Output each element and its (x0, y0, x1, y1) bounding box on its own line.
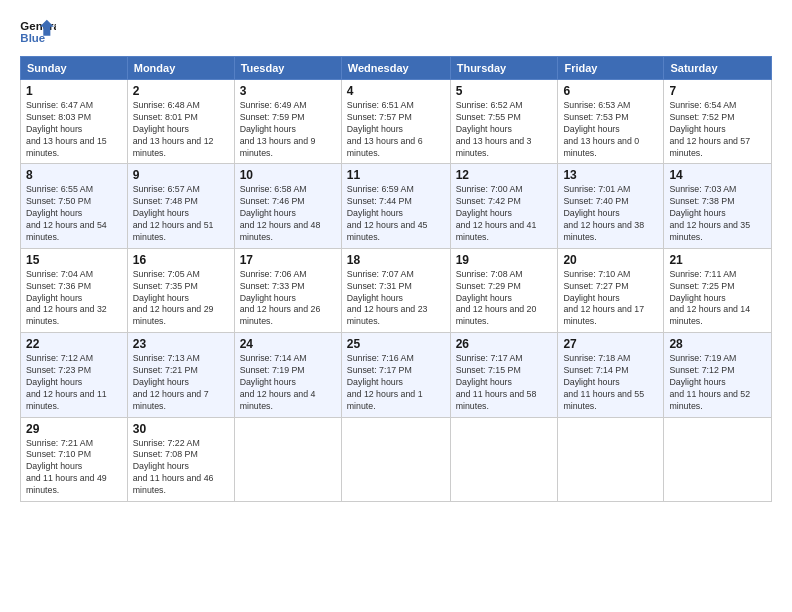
table-row: 19 Sunrise: 7:08 AM Sunset: 7:29 PM Dayl… (450, 248, 558, 332)
table-row: 11 Sunrise: 6:59 AM Sunset: 7:44 PM Dayl… (341, 164, 450, 248)
day-number: 1 (26, 84, 122, 98)
day-number: 26 (456, 337, 553, 351)
day-number: 9 (133, 168, 229, 182)
day-number: 6 (563, 84, 658, 98)
table-row: 15 Sunrise: 7:04 AM Sunset: 7:36 PM Dayl… (21, 248, 128, 332)
table-row: 23 Sunrise: 7:13 AM Sunset: 7:21 PM Dayl… (127, 333, 234, 417)
table-row: 18 Sunrise: 7:07 AM Sunset: 7:31 PM Dayl… (341, 248, 450, 332)
header-wednesday: Wednesday (341, 57, 450, 80)
day-number: 8 (26, 168, 122, 182)
day-info: Sunrise: 6:48 AM Sunset: 8:01 PM Dayligh… (133, 100, 229, 159)
table-row (558, 417, 664, 501)
day-info: Sunrise: 7:01 AM Sunset: 7:40 PM Dayligh… (563, 184, 658, 243)
table-row: 30 Sunrise: 7:22 AM Sunset: 7:08 PM Dayl… (127, 417, 234, 501)
day-info: Sunrise: 6:52 AM Sunset: 7:55 PM Dayligh… (456, 100, 553, 159)
day-info: Sunrise: 7:04 AM Sunset: 7:36 PM Dayligh… (26, 269, 122, 328)
table-row: 22 Sunrise: 7:12 AM Sunset: 7:23 PM Dayl… (21, 333, 128, 417)
day-info: Sunrise: 7:13 AM Sunset: 7:21 PM Dayligh… (133, 353, 229, 412)
day-info: Sunrise: 7:05 AM Sunset: 7:35 PM Dayligh… (133, 269, 229, 328)
day-info: Sunrise: 6:49 AM Sunset: 7:59 PM Dayligh… (240, 100, 336, 159)
header-thursday: Thursday (450, 57, 558, 80)
table-row (341, 417, 450, 501)
day-number: 13 (563, 168, 658, 182)
table-row: 3 Sunrise: 6:49 AM Sunset: 7:59 PM Dayli… (234, 80, 341, 164)
day-info: Sunrise: 6:47 AM Sunset: 8:03 PM Dayligh… (26, 100, 122, 159)
table-row: 7 Sunrise: 6:54 AM Sunset: 7:52 PM Dayli… (664, 80, 772, 164)
day-number: 15 (26, 253, 122, 267)
day-info: Sunrise: 7:12 AM Sunset: 7:23 PM Dayligh… (26, 353, 122, 412)
day-number: 10 (240, 168, 336, 182)
table-row (664, 417, 772, 501)
day-info: Sunrise: 7:22 AM Sunset: 7:08 PM Dayligh… (133, 438, 229, 497)
day-info: Sunrise: 7:19 AM Sunset: 7:12 PM Dayligh… (669, 353, 766, 412)
day-number: 30 (133, 422, 229, 436)
day-info: Sunrise: 6:54 AM Sunset: 7:52 PM Dayligh… (669, 100, 766, 159)
day-number: 29 (26, 422, 122, 436)
day-info: Sunrise: 7:07 AM Sunset: 7:31 PM Dayligh… (347, 269, 445, 328)
table-row: 5 Sunrise: 6:52 AM Sunset: 7:55 PM Dayli… (450, 80, 558, 164)
table-row: 2 Sunrise: 6:48 AM Sunset: 8:01 PM Dayli… (127, 80, 234, 164)
header-friday: Friday (558, 57, 664, 80)
table-row: 21 Sunrise: 7:11 AM Sunset: 7:25 PM Dayl… (664, 248, 772, 332)
table-row: 24 Sunrise: 7:14 AM Sunset: 7:19 PM Dayl… (234, 333, 341, 417)
header: General Blue (20, 18, 772, 48)
day-number: 18 (347, 253, 445, 267)
day-info: Sunrise: 6:59 AM Sunset: 7:44 PM Dayligh… (347, 184, 445, 243)
day-info: Sunrise: 7:21 AM Sunset: 7:10 PM Dayligh… (26, 438, 122, 497)
table-row: 9 Sunrise: 6:57 AM Sunset: 7:48 PM Dayli… (127, 164, 234, 248)
day-number: 17 (240, 253, 336, 267)
day-number: 23 (133, 337, 229, 351)
day-number: 3 (240, 84, 336, 98)
calendar-page: General Blue Sunday Monday Tuesday Wedne… (0, 0, 792, 612)
table-row: 17 Sunrise: 7:06 AM Sunset: 7:33 PM Dayl… (234, 248, 341, 332)
day-info: Sunrise: 6:58 AM Sunset: 7:46 PM Dayligh… (240, 184, 336, 243)
day-number: 28 (669, 337, 766, 351)
day-info: Sunrise: 7:10 AM Sunset: 7:27 PM Dayligh… (563, 269, 658, 328)
weekday-header-row: Sunday Monday Tuesday Wednesday Thursday… (21, 57, 772, 80)
day-number: 20 (563, 253, 658, 267)
table-row (450, 417, 558, 501)
table-row: 25 Sunrise: 7:16 AM Sunset: 7:17 PM Dayl… (341, 333, 450, 417)
day-number: 14 (669, 168, 766, 182)
table-row: 16 Sunrise: 7:05 AM Sunset: 7:35 PM Dayl… (127, 248, 234, 332)
day-info: Sunrise: 7:17 AM Sunset: 7:15 PM Dayligh… (456, 353, 553, 412)
day-info: Sunrise: 6:57 AM Sunset: 7:48 PM Dayligh… (133, 184, 229, 243)
day-number: 16 (133, 253, 229, 267)
table-row: 29 Sunrise: 7:21 AM Sunset: 7:10 PM Dayl… (21, 417, 128, 501)
svg-text:Blue: Blue (20, 32, 45, 44)
day-number: 19 (456, 253, 553, 267)
day-info: Sunrise: 7:18 AM Sunset: 7:14 PM Dayligh… (563, 353, 658, 412)
table-row: 10 Sunrise: 6:58 AM Sunset: 7:46 PM Dayl… (234, 164, 341, 248)
day-number: 4 (347, 84, 445, 98)
day-info: Sunrise: 7:03 AM Sunset: 7:38 PM Dayligh… (669, 184, 766, 243)
table-row: 20 Sunrise: 7:10 AM Sunset: 7:27 PM Dayl… (558, 248, 664, 332)
table-row: 28 Sunrise: 7:19 AM Sunset: 7:12 PM Dayl… (664, 333, 772, 417)
day-info: Sunrise: 7:00 AM Sunset: 7:42 PM Dayligh… (456, 184, 553, 243)
header-tuesday: Tuesday (234, 57, 341, 80)
table-row: 8 Sunrise: 6:55 AM Sunset: 7:50 PM Dayli… (21, 164, 128, 248)
day-info: Sunrise: 6:53 AM Sunset: 7:53 PM Dayligh… (563, 100, 658, 159)
table-row: 13 Sunrise: 7:01 AM Sunset: 7:40 PM Dayl… (558, 164, 664, 248)
header-monday: Monday (127, 57, 234, 80)
table-row: 1 Sunrise: 6:47 AM Sunset: 8:03 PM Dayli… (21, 80, 128, 164)
day-number: 27 (563, 337, 658, 351)
day-number: 22 (26, 337, 122, 351)
table-row: 4 Sunrise: 6:51 AM Sunset: 7:57 PM Dayli… (341, 80, 450, 164)
day-info: Sunrise: 7:11 AM Sunset: 7:25 PM Dayligh… (669, 269, 766, 328)
day-number: 24 (240, 337, 336, 351)
day-number: 21 (669, 253, 766, 267)
day-number: 2 (133, 84, 229, 98)
calendar-table: Sunday Monday Tuesday Wednesday Thursday… (20, 56, 772, 502)
day-number: 25 (347, 337, 445, 351)
header-saturday: Saturday (664, 57, 772, 80)
day-number: 12 (456, 168, 553, 182)
table-row: 14 Sunrise: 7:03 AM Sunset: 7:38 PM Dayl… (664, 164, 772, 248)
day-info: Sunrise: 7:06 AM Sunset: 7:33 PM Dayligh… (240, 269, 336, 328)
day-info: Sunrise: 6:51 AM Sunset: 7:57 PM Dayligh… (347, 100, 445, 159)
table-row: 6 Sunrise: 6:53 AM Sunset: 7:53 PM Dayli… (558, 80, 664, 164)
table-row: 12 Sunrise: 7:00 AM Sunset: 7:42 PM Dayl… (450, 164, 558, 248)
day-info: Sunrise: 7:08 AM Sunset: 7:29 PM Dayligh… (456, 269, 553, 328)
table-row (234, 417, 341, 501)
table-row: 27 Sunrise: 7:18 AM Sunset: 7:14 PM Dayl… (558, 333, 664, 417)
logo: General Blue (20, 18, 56, 48)
